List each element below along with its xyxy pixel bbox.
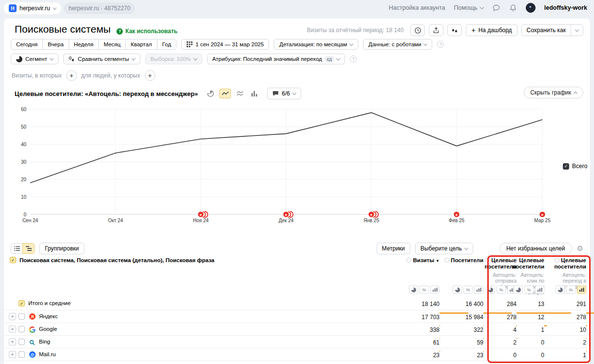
bars-display-icon[interactable] xyxy=(430,286,440,294)
row-label[interactable]: Яндекс xyxy=(39,313,58,319)
bars-display-icon[interactable] xyxy=(535,286,544,294)
expand-row-button[interactable]: + xyxy=(9,326,16,333)
sampling-button[interactable]: Выборка: 100% xyxy=(145,54,202,64)
period-presets: Сегодня Вчера Неделя Месяц Квартал Год xyxy=(11,39,176,50)
hide-chart-button[interactable]: Скрыть график xyxy=(524,87,583,98)
export-icon[interactable] xyxy=(429,24,443,36)
row-label[interactable]: Bing xyxy=(39,339,50,345)
how-to-use-label: Как использовать xyxy=(125,28,177,35)
table-view-toggle xyxy=(11,243,35,254)
add-people-condition-button[interactable]: + xyxy=(145,70,155,81)
account-settings-link[interactable]: Настройка аккаунта xyxy=(389,4,445,11)
period-quarter[interactable]: Квартал xyxy=(125,39,157,50)
expand-row-button[interactable]: + xyxy=(9,351,16,358)
totals-row: ✓ Итого и средние 18 140 16 400 284 13 2… xyxy=(4,297,590,310)
chevron-down-icon xyxy=(336,56,340,60)
info-icon: ? xyxy=(116,28,123,35)
attribution-label: Атрибуция: Последний значимый переход xyxy=(212,56,322,62)
percent-display-icon[interactable]: % xyxy=(463,286,473,294)
comment-bubble-icon xyxy=(272,91,279,96)
tree-view-icon[interactable] xyxy=(22,243,35,254)
pie-chart-type-icon[interactable] xyxy=(205,89,216,98)
cell-value: 17 703 xyxy=(422,314,440,321)
percent-display-icon[interactable]: % xyxy=(497,286,506,294)
pie-display-icon[interactable] xyxy=(556,286,565,294)
save-as-button[interactable]: Сохранить как xyxy=(521,24,571,36)
pie-display-icon[interactable] xyxy=(486,286,495,294)
percent-display-icon[interactable]: % xyxy=(420,286,429,294)
bars-display-icon[interactable] xyxy=(474,286,483,294)
chart-annotation-marker[interactable]: и xyxy=(539,211,545,217)
area-chart-type-icon[interactable] xyxy=(234,89,246,98)
compare-segments-button[interactable]: Сравнить сегменты xyxy=(63,54,140,64)
row-label[interactable]: Mail.ru xyxy=(39,351,56,357)
bar-chart-type-icon[interactable] xyxy=(249,89,260,98)
date-range-label: 1 сен 2024 — 31 мар 2025 xyxy=(195,41,264,47)
save-as-dropdown[interactable] xyxy=(571,24,583,36)
compare-segments-label: Сравнить сегменты xyxy=(78,56,129,62)
column-header-goal-messenger[interactable]: Целевые посетители Автоцель: переход в м… xyxy=(547,257,586,289)
expand-row-button[interactable]: + xyxy=(9,313,16,320)
help-menu[interactable]: Помощь xyxy=(454,4,483,11)
bing-favicon xyxy=(29,339,36,345)
chevron-down-icon xyxy=(50,56,54,60)
period-yesterday[interactable]: Вчера xyxy=(42,39,69,50)
period-today[interactable]: Сегодня xyxy=(11,39,43,50)
pie-display-icon[interactable] xyxy=(453,286,462,294)
expand-row-button[interactable]: + xyxy=(9,338,16,345)
attribution-button[interactable]: Атрибуция: Последний значимый переход кд xyxy=(207,54,345,64)
help-question-icon[interactable]: ? xyxy=(437,41,444,48)
row-checkbox[interactable] xyxy=(19,326,25,332)
no-favorite-goals-label: Нет избранных целей xyxy=(506,245,565,252)
period-year[interactable]: Год xyxy=(157,39,176,50)
notifications-bell-icon[interactable] xyxy=(509,4,517,12)
y-tick-label: 0 xyxy=(23,212,26,217)
svg-text:и: и xyxy=(285,213,287,216)
date-range-button[interactable]: 1 сен 2024 — 31 мар 2025 xyxy=(181,39,269,50)
no-favorite-goals-pill[interactable]: Нет избранных целей xyxy=(499,243,572,254)
dimension-checkbox[interactable]: ✓ xyxy=(10,257,16,263)
list-view-icon[interactable] xyxy=(11,243,23,254)
add-to-dashboard-button[interactable]: + На дашборд xyxy=(466,24,517,36)
gear-icon[interactable]: ⚙ xyxy=(577,244,583,253)
detail-level-button[interactable]: Детализация: по месяцам xyxy=(274,39,358,50)
segment-button[interactable]: Сегмент xyxy=(11,54,58,64)
row-checkbox[interactable] xyxy=(19,351,25,358)
percent-display-icon[interactable]: % xyxy=(566,286,575,294)
legend-total-checkbox[interactable]: ✓ xyxy=(563,163,569,170)
chevron-down-icon xyxy=(193,56,197,60)
groupings-button[interactable]: Группировки xyxy=(39,243,84,254)
bars-display-icon[interactable] xyxy=(577,286,586,294)
comments-button[interactable]: 6/6 xyxy=(267,88,301,99)
column-header-visits[interactable]: Визиты▼ xyxy=(395,257,440,264)
x-tick-label: Мар 25 xyxy=(534,218,551,223)
totals-checkbox[interactable]: ✓ xyxy=(19,300,25,307)
counter-info-tab[interactable]: herpesvir.ru · 48752270 xyxy=(64,2,135,14)
counter-info-label: herpesvir.ru · 48752270 xyxy=(69,5,131,12)
help-question-icon[interactable]: ? xyxy=(350,56,357,62)
how-to-use-link[interactable]: ? Как использовать xyxy=(116,28,177,35)
column-label: Визиты xyxy=(413,257,434,263)
row-checkbox[interactable] xyxy=(19,313,25,320)
metrics-button[interactable]: Метрики xyxy=(377,243,410,254)
choose-goal-button[interactable]: Выберите цель xyxy=(415,243,473,254)
period-week[interactable]: Неделя xyxy=(69,39,99,50)
user-avatar[interactable] xyxy=(526,3,536,13)
period-month[interactable]: Месяц xyxy=(98,39,126,50)
counter-tab[interactable]: H herpesvir.ru xyxy=(4,2,61,14)
add-visit-condition-button[interactable]: + xyxy=(66,70,77,81)
chat-icon[interactable] xyxy=(492,4,500,12)
data-mode-button[interactable]: Данные: с роботами xyxy=(363,39,432,50)
row-label[interactable]: Google xyxy=(39,326,57,332)
line-chart-type-icon[interactable] xyxy=(219,89,231,98)
column-header-visitors[interactable]: Посетители xyxy=(439,257,483,264)
chart-annotation-marker[interactable]: и xyxy=(454,211,459,217)
y-tick-label: 40 xyxy=(21,142,27,147)
compare-reports-icon[interactable] xyxy=(447,24,462,36)
pie-display-icon[interactable] xyxy=(514,286,523,294)
row-checkbox[interactable] xyxy=(19,339,25,345)
history-clock-icon[interactable] xyxy=(410,24,425,36)
pie-display-icon[interactable] xyxy=(409,286,418,294)
percent-display-icon[interactable]: % xyxy=(524,286,534,294)
visits-period-text: Визиты за отчётный период: 18 140 xyxy=(307,27,404,34)
